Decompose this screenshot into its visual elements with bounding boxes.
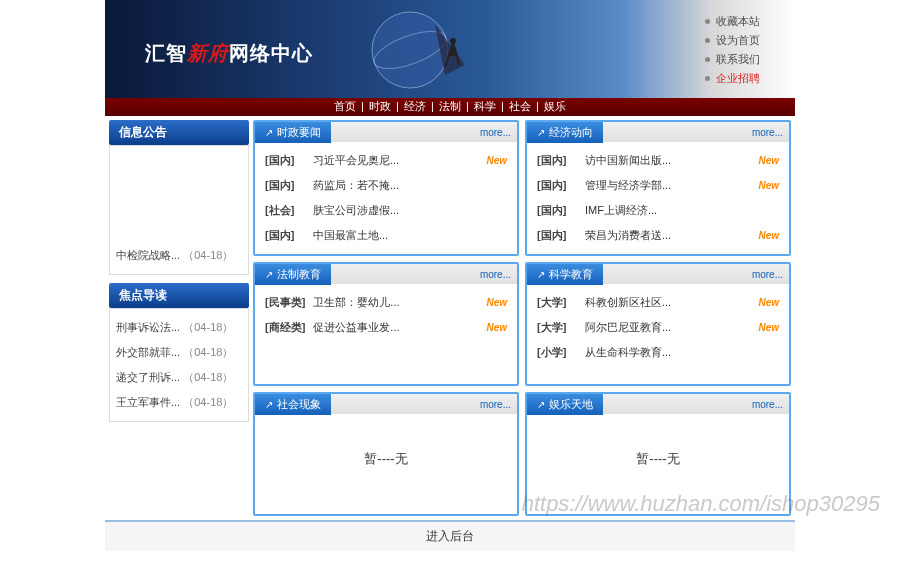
more-link[interactable]: more... bbox=[752, 269, 783, 280]
new-badge: New bbox=[486, 155, 507, 166]
more-link[interactable]: more... bbox=[480, 399, 511, 410]
panel-1: ↗ 经济动向more...[国内]访中国新闻出版...New[国内]管理与经济学… bbox=[525, 120, 791, 256]
news-link[interactable]: 药监局：若不掩... bbox=[313, 178, 507, 193]
news-row: [国内]药监局：若不掩... bbox=[265, 173, 507, 198]
news-row: [社会]肤宝公司涉虚假... bbox=[265, 198, 507, 223]
arrow-icon: ↗ bbox=[537, 127, 545, 138]
panel-5: ↗ 娱乐天地more...暂----无 bbox=[525, 392, 791, 516]
news-row: [大学]阿尔巴尼亚教育...New bbox=[537, 315, 779, 340]
quick-link-1[interactable]: 设为首页 bbox=[705, 33, 785, 48]
news-row: [国内]管理与经济学部...New bbox=[537, 173, 779, 198]
new-badge: New bbox=[758, 155, 779, 166]
news-tag: [国内] bbox=[537, 228, 577, 243]
news-link[interactable]: 从生命科学教育... bbox=[585, 345, 779, 360]
news-row: [国内]荣昌为消费者送...New bbox=[537, 223, 779, 248]
side-item[interactable]: 中检院战略... （04-18） bbox=[114, 243, 244, 268]
focus-box: 焦点导读 刑事诉讼法... （04-18）外交部就菲... （04-18）递交了… bbox=[109, 283, 249, 422]
side-item[interactable]: 递交了刑诉... （04-18） bbox=[114, 365, 244, 390]
news-link[interactable]: IMF上调经济... bbox=[585, 203, 779, 218]
news-row: [小学]从生命科学教育... bbox=[537, 340, 779, 365]
footer: 进入后台 bbox=[105, 520, 795, 551]
svg-point-0 bbox=[372, 12, 448, 88]
news-tag: [大学] bbox=[537, 295, 577, 310]
new-badge: New bbox=[486, 322, 507, 333]
news-tag: [商经类] bbox=[265, 320, 305, 335]
arrow-icon: ↗ bbox=[265, 269, 273, 280]
panel-2: ↗ 法制教育more...[民事类]卫生部：婴幼儿...New[商经类]促进公益… bbox=[253, 262, 519, 386]
nav-法制[interactable]: 法制 bbox=[439, 100, 461, 112]
news-tag: [民事类] bbox=[265, 295, 305, 310]
news-link[interactable]: 肤宝公司涉虚假... bbox=[313, 203, 507, 218]
news-row: [大学]科教创新区社区...New bbox=[537, 290, 779, 315]
news-link[interactable]: 荣昌为消费者送... bbox=[585, 228, 750, 243]
quick-link-0[interactable]: 收藏本站 bbox=[705, 14, 785, 29]
side-item[interactable]: 刑事诉讼法... （04-18） bbox=[114, 315, 244, 340]
more-link[interactable]: more... bbox=[752, 399, 783, 410]
news-link[interactable]: 访中国新闻出版... bbox=[585, 153, 750, 168]
nav-时政[interactable]: 时政 bbox=[369, 100, 391, 112]
globe-climber-icon bbox=[365, 5, 475, 98]
news-tag: [国内] bbox=[537, 153, 577, 168]
news-row: [国内]访中国新闻出版...New bbox=[537, 148, 779, 173]
side-item[interactable]: 外交部就菲... （04-18） bbox=[114, 340, 244, 365]
news-tag: [大学] bbox=[537, 320, 577, 335]
new-badge: New bbox=[486, 297, 507, 308]
quick-link-3[interactable]: 企业招聘 bbox=[705, 71, 785, 86]
panel-title: ↗ 社会现象 bbox=[255, 394, 331, 415]
panel-4: ↗ 社会现象more...暂----无 bbox=[253, 392, 519, 516]
nav-首页[interactable]: 首页 bbox=[334, 100, 356, 112]
panel-title: ↗ 法制教育 bbox=[255, 264, 331, 285]
news-row: [国内]习近平会见奥尼...New bbox=[265, 148, 507, 173]
new-badge: New bbox=[758, 297, 779, 308]
news-tag: [国内] bbox=[265, 178, 305, 193]
admin-link[interactable]: 进入后台 bbox=[426, 529, 474, 543]
arrow-icon: ↗ bbox=[537, 269, 545, 280]
empty-text: 暂----无 bbox=[537, 420, 779, 498]
news-row: [国内]IMF上调经济... bbox=[537, 198, 779, 223]
news-link[interactable]: 卫生部：婴幼儿... bbox=[313, 295, 478, 310]
panel-3: ↗ 科学教育more...[大学]科教创新区社区...New[大学]阿尔巴尼亚教… bbox=[525, 262, 791, 386]
more-link[interactable]: more... bbox=[480, 269, 511, 280]
panel-title: ↗ 经济动向 bbox=[527, 122, 603, 143]
arrow-icon: ↗ bbox=[265, 399, 273, 410]
nav-科学[interactable]: 科学 bbox=[474, 100, 496, 112]
news-link[interactable]: 科教创新区社区... bbox=[585, 295, 750, 310]
news-link[interactable]: 中国最富土地... bbox=[313, 228, 507, 243]
news-row: [商经类]促进公益事业发...New bbox=[265, 315, 507, 340]
news-tag: [国内] bbox=[265, 153, 305, 168]
news-link[interactable]: 习近平会见奥尼... bbox=[313, 153, 478, 168]
announce-header: 信息公告 bbox=[109, 120, 249, 145]
nav-社会[interactable]: 社会 bbox=[509, 100, 531, 112]
new-badge: New bbox=[758, 322, 779, 333]
news-tag: [社会] bbox=[265, 203, 305, 218]
banner-header: 汇智新府网络中心 收藏本站设为首页联系我们企业招聘 bbox=[105, 0, 795, 98]
news-tag: [小学] bbox=[537, 345, 577, 360]
news-tag: [国内] bbox=[265, 228, 305, 243]
news-link[interactable]: 管理与经济学部... bbox=[585, 178, 750, 193]
nav-娱乐[interactable]: 娱乐 bbox=[544, 100, 566, 112]
more-link[interactable]: more... bbox=[752, 127, 783, 138]
arrow-icon: ↗ bbox=[537, 399, 545, 410]
arrow-icon: ↗ bbox=[265, 127, 273, 138]
panel-title: ↗ 科学教育 bbox=[527, 264, 603, 285]
main-navbar: 首页 | 时政 | 经济 | 法制 | 科学 | 社会 | 娱乐 bbox=[105, 98, 795, 116]
news-row: [民事类]卫生部：婴幼儿...New bbox=[265, 290, 507, 315]
quick-link-2[interactable]: 联系我们 bbox=[705, 52, 785, 67]
news-row: [国内]中国最富土地... bbox=[265, 223, 507, 248]
new-badge: New bbox=[758, 230, 779, 241]
panel-0: ↗ 时政要闻more...[国内]习近平会见奥尼...New[国内]药监局：若不… bbox=[253, 120, 519, 256]
new-badge: New bbox=[758, 180, 779, 191]
quick-links-list: 收藏本站设为首页联系我们企业招聘 bbox=[705, 10, 785, 90]
more-link[interactable]: more... bbox=[480, 127, 511, 138]
nav-经济[interactable]: 经济 bbox=[404, 100, 426, 112]
panel-title: ↗ 时政要闻 bbox=[255, 122, 331, 143]
side-item[interactable]: 王立军事件... （04-18） bbox=[114, 390, 244, 415]
news-tag: [国内] bbox=[537, 203, 577, 218]
focus-header: 焦点导读 bbox=[109, 283, 249, 308]
news-link[interactable]: 阿尔巴尼亚教育... bbox=[585, 320, 750, 335]
panel-title: ↗ 娱乐天地 bbox=[527, 394, 603, 415]
news-link[interactable]: 促进公益事业发... bbox=[313, 320, 478, 335]
site-title: 汇智新府网络中心 bbox=[145, 40, 313, 67]
empty-text: 暂----无 bbox=[265, 420, 507, 498]
announce-box: 信息公告 中检院战略... （04-18） bbox=[109, 120, 249, 275]
